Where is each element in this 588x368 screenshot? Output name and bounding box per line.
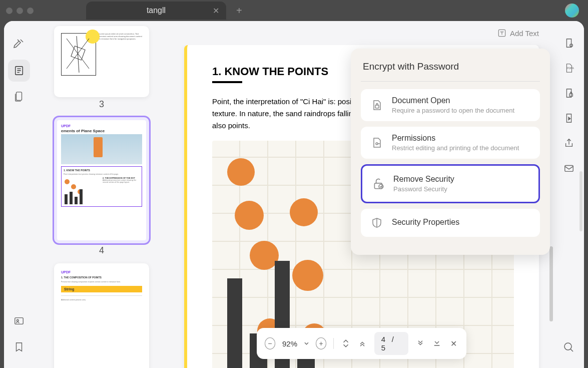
document-scrollbar[interactable] <box>549 246 553 321</box>
thumbnail-page-5[interactable]: UPDF 1. THE COMPOSITION OF POINTS Previe… <box>54 263 149 368</box>
zoom-out-button[interactable]: − <box>265 337 275 349</box>
doc-lock-icon <box>370 98 384 112</box>
pdfa-icon: PDF/A <box>563 63 574 74</box>
bookmark-tool[interactable] <box>8 336 30 358</box>
remove-security-option[interactable]: Remove Security Password Security <box>361 164 540 203</box>
doc-open-title: Document Open <box>392 96 514 105</box>
prev-page-button[interactable] <box>357 338 367 349</box>
shield-icon <box>370 216 384 230</box>
svg-text:PDF/A: PDF/A <box>567 67 574 70</box>
thumbnail-5-wrapper: UPDF 1. THE COMPOSITION OF POINTS Previe… <box>54 263 149 368</box>
thumbnail-page-3[interactable]: Lorem ipsum dolor sit amet consectetur. … <box>54 26 149 97</box>
heading-underline <box>212 81 242 83</box>
security-tool[interactable] <box>561 85 577 101</box>
thumbnail-preview: UPDF 1. THE COMPOSITION OF POINTS Previe… <box>57 266 146 368</box>
pages-tool[interactable] <box>8 86 30 108</box>
page-number-4: 4 <box>54 245 149 256</box>
contact-card-tool[interactable] <box>8 310 30 332</box>
share-icon <box>563 138 574 149</box>
mail-icon <box>563 163 574 174</box>
maximize-window[interactable] <box>27 8 34 14</box>
svg-rect-14 <box>565 166 573 172</box>
pages-icon <box>14 91 25 102</box>
divider <box>361 81 540 82</box>
email-tool[interactable] <box>561 160 577 176</box>
unlock-icon <box>371 177 385 191</box>
lock-page-icon <box>563 88 574 99</box>
add-tab-button[interactable]: + <box>236 5 242 17</box>
permissions-subtitle: Restrict editing and printing of the doc… <box>392 144 519 152</box>
edit-page-tool[interactable] <box>561 35 577 51</box>
permissions-option[interactable]: Permissions Restrict editing and printin… <box>361 127 540 159</box>
total-pages: 5 <box>381 343 385 352</box>
svg-point-15 <box>564 343 571 350</box>
tab-title: tangll <box>147 6 166 15</box>
titlebar: tangll ✕ + <box>0 0 588 21</box>
last-page-button[interactable] <box>432 338 442 349</box>
thumbnail-page-4[interactable]: UPDF ements of Plane Space 1. KNOW THE P… <box>54 117 149 243</box>
app-body: Lorem ipsum dolor sit amet consectetur. … <box>4 21 584 368</box>
contact-icon <box>14 315 25 326</box>
highlighter-icon <box>13 39 25 51</box>
security-properties-title: Security Properties <box>392 218 459 227</box>
svg-point-17 <box>376 143 378 145</box>
thumbnail-preview: Lorem ipsum dolor sit amet consectetur. … <box>57 29 146 94</box>
document-tab[interactable]: tangll ✕ <box>86 2 226 20</box>
encrypt-password-popup: Encrypt with Password Document Open Requ… <box>351 49 550 255</box>
thumbnail-panel: Lorem ipsum dolor sit amet consectetur. … <box>34 21 169 368</box>
fit-width-button[interactable] <box>341 338 350 349</box>
security-properties-option[interactable]: Security Properties <box>361 209 540 237</box>
search-tool[interactable] <box>561 339 577 355</box>
next-page-button[interactable] <box>415 338 425 349</box>
popup-title: Encrypt with Password <box>361 61 540 72</box>
window-controls <box>6 8 34 14</box>
divider <box>333 338 334 349</box>
document-toolbar: Add Text <box>169 21 554 45</box>
share-tool[interactable] <box>561 135 577 151</box>
close-bar-button[interactable]: ✕ <box>449 338 458 349</box>
add-text-label: Add Text <box>510 29 539 38</box>
document-open-option[interactable]: Document Open Require a password to open… <box>361 89 540 121</box>
thumbnail-preview: UPDF ements of Plane Space 1. KNOW THE P… <box>57 120 146 240</box>
highlighter-tool[interactable] <box>8 34 30 56</box>
remove-security-title: Remove Security <box>393 175 454 184</box>
page-input[interactable]: 4 / 5 <box>374 332 408 355</box>
pdfa-tool[interactable]: PDF/A <box>561 60 577 76</box>
close-window[interactable] <box>6 8 13 14</box>
close-tab-icon[interactable]: ✕ <box>213 6 219 16</box>
slideshow-tool[interactable] <box>561 110 577 126</box>
page-number-3: 3 <box>54 99 149 110</box>
thumbnail-4-wrapper: UPDF ements of Plane Space 1. KNOW THE P… <box>54 117 149 256</box>
svg-point-5 <box>17 319 19 321</box>
permissions-icon <box>370 136 384 150</box>
remove-security-subtitle: Password Security <box>393 185 454 193</box>
search-icon <box>563 341 575 353</box>
add-text-button[interactable]: Add Text <box>497 28 539 38</box>
zoom-level: 92% <box>282 339 297 348</box>
thumbnails-tool[interactable] <box>8 60 30 82</box>
current-page: 4 <box>381 335 385 343</box>
zoom-dropdown-icon[interactable] <box>304 341 309 346</box>
bookmark-icon <box>14 341 25 352</box>
play-page-icon <box>563 113 574 124</box>
svg-rect-16 <box>375 105 379 108</box>
page-separator: / <box>392 335 394 343</box>
doc-open-subtitle: Require a password to open the document <box>392 107 514 114</box>
minimize-window[interactable] <box>17 8 23 14</box>
thumbnail-3-wrapper: Lorem ipsum dolor sit amet consectetur. … <box>54 26 149 110</box>
bottom-navigation-bar: − 92% + 4 / 5 ✕ <box>257 328 467 359</box>
left-sidebar <box>4 21 34 368</box>
abstract-art-preview <box>61 33 96 76</box>
user-avatar[interactable] <box>565 4 579 18</box>
thumbnails-icon <box>14 65 25 76</box>
page-edit-icon <box>563 38 574 49</box>
permissions-title: Permissions <box>392 134 519 143</box>
zoom-in-button[interactable]: + <box>316 337 326 349</box>
text-icon <box>497 28 507 38</box>
